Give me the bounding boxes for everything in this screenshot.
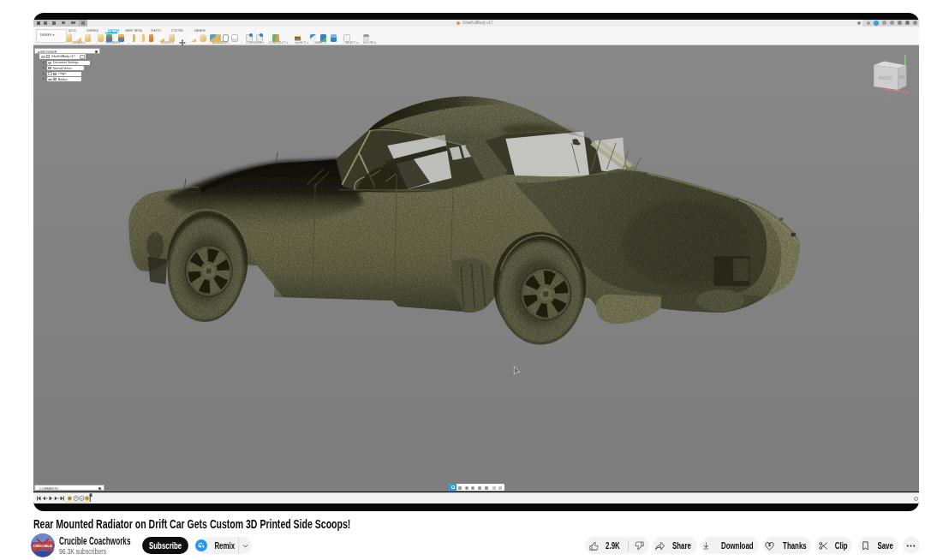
svg-text:$: $ <box>768 542 771 547</box>
svg-text:RIGHT: RIGHT <box>879 75 892 80</box>
svg-text:CRUCIBLE: CRUCIBLE <box>33 544 52 548</box>
svg-text:BA: BA <box>899 74 905 80</box>
svg-text:X: X <box>886 92 889 98</box>
